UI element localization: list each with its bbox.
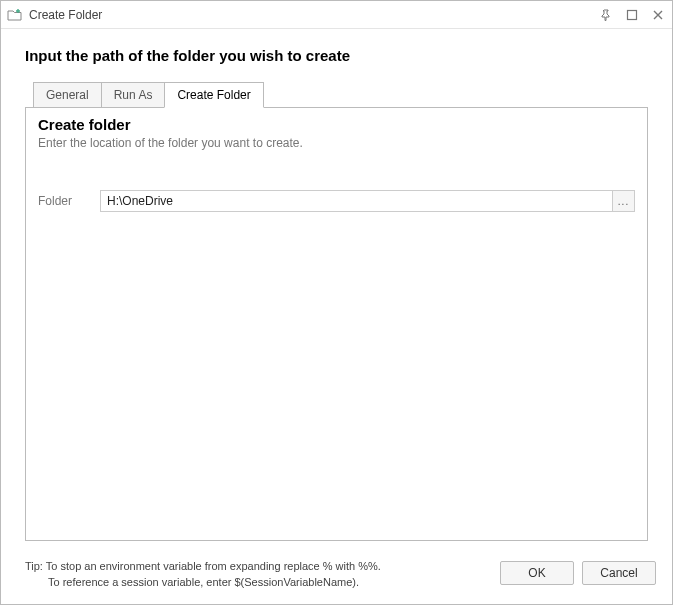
- folder-input-wrap: ...: [100, 190, 635, 212]
- panel-subheading: Enter the location of the folder you wan…: [38, 136, 635, 150]
- close-icon[interactable]: [650, 7, 666, 23]
- folder-label: Folder: [38, 194, 88, 208]
- panel-heading: Create folder: [38, 116, 635, 133]
- tab-bar: General Run As Create Folder: [33, 82, 648, 107]
- tip-line2: To reference a session variable, enter $…: [25, 575, 490, 590]
- window-title: Create Folder: [29, 8, 598, 22]
- tab-general[interactable]: General: [33, 82, 102, 107]
- create-folder-icon: [7, 7, 23, 23]
- titlebar: Create Folder: [1, 1, 672, 29]
- tip-text: Tip: To stop an environment variable fro…: [25, 559, 490, 590]
- maximize-icon[interactable]: [624, 7, 640, 23]
- dialog-window: Create Folder Input the path of the fold…: [0, 0, 673, 605]
- folder-input[interactable]: [101, 191, 612, 211]
- ok-button[interactable]: OK: [500, 561, 574, 585]
- pin-icon[interactable]: [598, 7, 614, 23]
- browse-button[interactable]: ...: [612, 191, 634, 211]
- footer-buttons: OK Cancel: [500, 561, 656, 585]
- content-area: Input the path of the folder you wish to…: [1, 29, 672, 551]
- folder-row: Folder ...: [38, 190, 635, 212]
- page-heading: Input the path of the folder you wish to…: [25, 47, 648, 64]
- tab-run-as[interactable]: Run As: [101, 82, 166, 107]
- footer: Tip: To stop an environment variable fro…: [1, 551, 672, 604]
- tab-panel: Create folder Enter the location of the …: [25, 107, 648, 541]
- tip-line1: Tip: To stop an environment variable fro…: [25, 559, 490, 574]
- tab-create-folder[interactable]: Create Folder: [164, 82, 263, 108]
- cancel-button[interactable]: Cancel: [582, 561, 656, 585]
- titlebar-controls: [598, 7, 666, 23]
- svg-rect-0: [628, 10, 637, 19]
